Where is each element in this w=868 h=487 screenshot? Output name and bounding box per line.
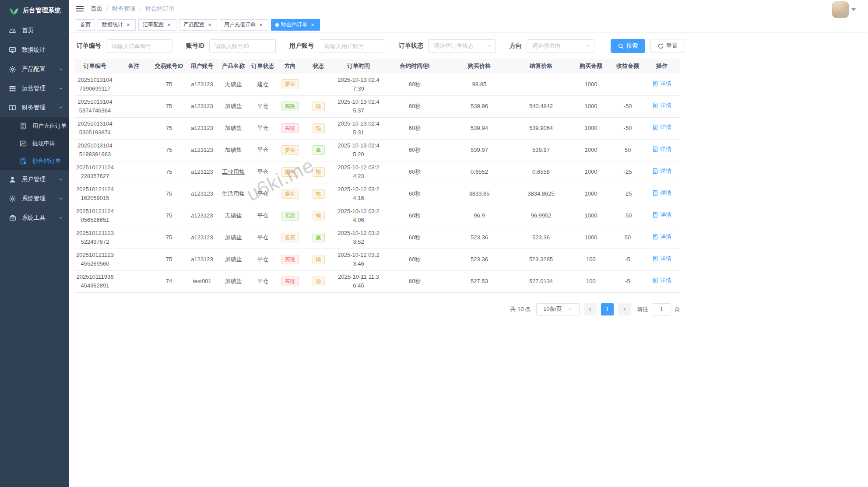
tab-产品配置[interactable]: 产品配置× [179, 19, 217, 31]
select-placeholder: 请选择订单状态 [434, 42, 474, 50]
cell-order-status: 平仓 [249, 183, 277, 205]
detail-link-label: 详情 [660, 189, 671, 197]
sidebar-toggle-button[interactable] [76, 5, 84, 12]
sidebar-item-用户管理[interactable]: 用户管理 [0, 170, 69, 189]
sidebar-item-产品配置[interactable]: 产品配置 [0, 60, 69, 79]
detail-link[interactable]: 详情 [652, 123, 671, 132]
column-header-操作: 操作 [643, 59, 680, 74]
detail-link[interactable]: 详情 [652, 145, 671, 154]
detail-link[interactable]: 详情 [652, 79, 671, 88]
column-header-订单状态: 订单状态 [249, 59, 277, 74]
dashboard-icon [9, 27, 16, 35]
tab-数据统计[interactable]: 数据统计× [98, 19, 136, 31]
sidebar-item-提现申请[interactable]: 提现申请 [0, 135, 69, 152]
table-row: 20251013104739069911775a123123无碘盐建仓委买202… [74, 74, 680, 95]
cell-product: 加碘盐 [218, 227, 249, 249]
status-badge: 赢 [313, 145, 325, 155]
sidebar-item-财务管理[interactable]: 财务管理 [0, 98, 69, 117]
detail-link[interactable]: 详情 [652, 232, 671, 241]
cell-product: 无碘盐 [218, 205, 249, 227]
user-icon [9, 176, 16, 183]
detail-link[interactable]: 详情 [652, 210, 671, 219]
cell-buy-amount: 1000 [570, 117, 612, 139]
detail-link-label: 详情 [660, 167, 671, 175]
close-icon[interactable]: × [125, 22, 131, 28]
cell-settle-price: 539.97 [512, 139, 570, 161]
gear-icon [9, 195, 16, 203]
cell-product: 加碘盐 [218, 270, 249, 292]
orders-table: 订单编号备注交易账号ID用户账号产品名称订单状态方向状态订单时间合约时间/秒购买… [74, 59, 680, 293]
search-button[interactable]: 搜索 [611, 39, 645, 53]
sidebar-item-系统管理[interactable]: 系统管理 [0, 189, 69, 208]
status-badge: 买跌 [281, 211, 299, 221]
cell-result: 输 [303, 117, 334, 139]
user-menu[interactable] [832, 1, 856, 18]
用户账号-input[interactable] [319, 39, 385, 53]
tab-汇率配置[interactable]: 汇率配置× [138, 19, 176, 31]
tab-label: 用户充值订单 [224, 21, 256, 28]
cell-account-id: 75 [152, 183, 186, 205]
detail-link[interactable]: 详情 [652, 254, 671, 263]
方向-select[interactable]: 请选择方向 [527, 39, 594, 53]
prev-page-button[interactable] [584, 303, 597, 315]
sidebar-item-首页[interactable]: 首页 [0, 21, 69, 40]
cell-direction: 买跌 [277, 205, 303, 227]
avatar[interactable] [832, 1, 849, 18]
cell-buy-price: 527.53 [446, 270, 512, 292]
close-icon[interactable]: × [258, 22, 264, 28]
gear-icon [9, 66, 16, 73]
column-header-订单时间: 订单时间 [334, 59, 383, 74]
cell-order-time: 2025-10-12 03:24:16 [334, 183, 383, 205]
next-page-button[interactable] [618, 303, 631, 315]
cell-buy-amount: 1000 [570, 161, 612, 183]
breadcrumb-item-首页[interactable]: 首页 [91, 5, 102, 13]
filter-label: 账号ID [186, 42, 204, 50]
breadcrumb-item-财务管理[interactable]: 财务管理 [112, 5, 136, 13]
goto-page-input[interactable] [652, 303, 671, 315]
doc-detail-icon [652, 146, 658, 152]
status-badge: 委买 [281, 79, 299, 89]
close-icon[interactable]: × [309, 22, 316, 28]
cell-order-time: 2025-10-13 02:47:39 [334, 74, 383, 95]
sidebar-item-系统工具[interactable]: 系统工具 [0, 208, 69, 228]
filter-bar: 订单编号账号ID用户账号订单状态请选择订单状态方向请选择方向搜索重置 [69, 32, 868, 59]
page-size-select[interactable]: 10条/页 [536, 303, 580, 315]
sidebar-item-用户充值订单[interactable]: 用户充值订单 [0, 117, 69, 135]
cell-product: 加碘盐 [218, 139, 249, 161]
column-header-备注: 备注 [116, 59, 152, 74]
tab-首页[interactable]: 首页 [76, 19, 95, 31]
table-row: 20251012112405652665175a123123无碘盐平仓买跌输20… [74, 205, 680, 227]
doc-detail-icon [652, 168, 658, 174]
sidebar-item-数据统计[interactable]: 数据统计 [0, 40, 69, 60]
close-icon[interactable]: × [207, 22, 213, 28]
cell-operations: 详情 [643, 270, 680, 292]
detail-link[interactable]: 详情 [652, 189, 671, 197]
close-icon[interactable]: × [166, 22, 172, 28]
订单编号-input[interactable] [106, 39, 172, 53]
tags-view-bar: 首页数据统计×汇率配置×产品配置×用户充值订单×秒合约订单× [69, 18, 868, 32]
cell-user-account: a123123 [186, 183, 218, 205]
sidebar-item-label: 运营管理 [22, 84, 59, 92]
detail-link[interactable]: 详情 [652, 276, 671, 285]
detail-link[interactable]: 详情 [652, 167, 671, 175]
订单状态-select[interactable]: 请选择订单状态 [428, 39, 496, 53]
cell-result: 输 [303, 95, 334, 117]
filter-label: 用户账号 [289, 42, 314, 50]
cell-order-number: 202510131047390699117 [74, 74, 116, 95]
status-badge: 输 [313, 277, 325, 287]
账号ID-input[interactable] [209, 39, 276, 53]
cell-product-name: 加碘盐 [225, 125, 242, 131]
reset-button[interactable]: 重置 [650, 39, 685, 53]
sidebar-item-秒合约订单[interactable]: 秒合约订单 [0, 152, 69, 170]
tab-用户充值订单[interactable]: 用户充值订单× [220, 19, 268, 31]
cell-profit-amount: -5 [612, 249, 643, 270]
search-button-label: 搜索 [626, 42, 638, 50]
tab-秒合约订单[interactable]: 秒合约订单× [271, 19, 320, 31]
chevron-down-icon [586, 44, 590, 48]
sidebar-item-运营管理[interactable]: 运营管理 [0, 79, 69, 98]
detail-link[interactable]: 详情 [652, 101, 671, 110]
cell-product-name: 加碘盐 [225, 147, 242, 153]
page-1-button[interactable]: 1 [601, 303, 614, 315]
detail-link-label: 详情 [660, 232, 671, 241]
app-logo[interactable]: 后台管理系统 [0, 0, 69, 21]
